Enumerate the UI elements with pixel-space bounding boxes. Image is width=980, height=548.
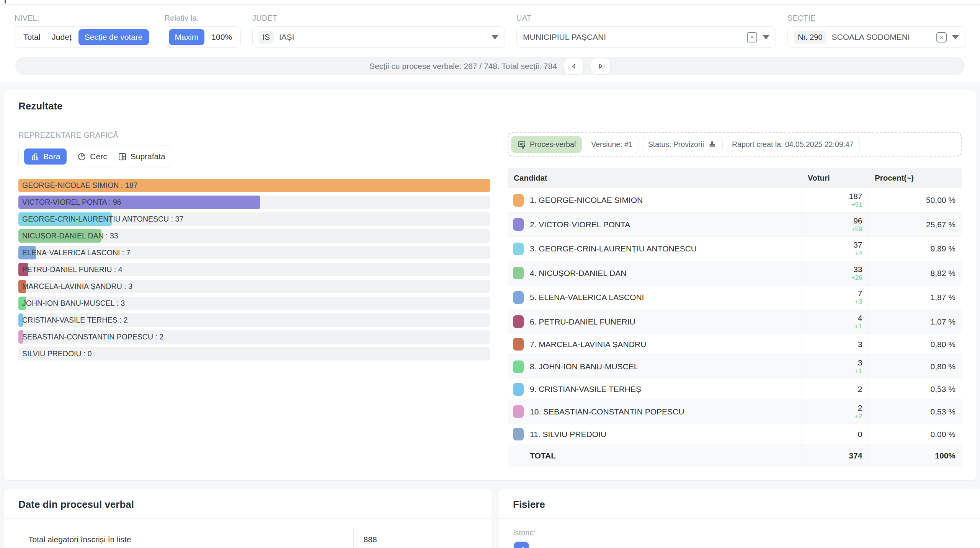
bar-row[interactable]: JOHN-ION BANU-MUSCEL : 3: [18, 297, 490, 310]
votes-delta: +3: [808, 298, 862, 306]
nivel-label: NIVEL:: [15, 14, 153, 23]
clear-icon[interactable]: ×: [747, 32, 757, 42]
relativ-option-maxim[interactable]: Maxim: [169, 29, 205, 45]
sections-status-text: Secții cu procese verbale: 267 / 748. To…: [369, 62, 557, 71]
table-row[interactable]: 7. MARCELA-LAVINIA ȘANDRU 3 0,80 %: [508, 334, 962, 355]
table-row: Total alegatori înscriși în liste 888: [18, 528, 477, 548]
table-row[interactable]: 11. SILVIU PREDOIU 0 0.00 %: [508, 424, 962, 445]
version-v1-button[interactable]: v1: [513, 541, 530, 548]
header-divider: [0, 0, 980, 5]
bar-row[interactable]: SEBASTIAN-CONSTANTIN POPESCU : 2: [18, 330, 490, 344]
table-row[interactable]: 8. JOHN-ION BANU-MUSCEL 3 +1 0,80 %: [508, 355, 962, 379]
votes-value: 7: [808, 289, 862, 298]
bar-row[interactable]: GEORGE-NICOLAE SIMION : 187: [18, 179, 490, 192]
pie-chart-icon: [77, 152, 86, 161]
candidate-name: 7. MARCELA-LAVINIA ȘANDRU: [530, 340, 646, 349]
chevron-down-icon[interactable]: [952, 35, 959, 39]
bar-row[interactable]: SILVIU PREDOIU : 0: [18, 347, 490, 360]
relativ-label: Relativ la:: [165, 14, 241, 23]
votes-delta: +1: [808, 367, 862, 375]
candidate-name: 6. PETRU-DANIEL FUNERIU: [530, 317, 635, 326]
nivel-option-sectie[interactable]: Secție de votare: [78, 29, 149, 45]
raport-creat-badge: Raport creat la: 04.05.2025 22:09:47: [726, 136, 860, 153]
table-row[interactable]: 10. SEBASTIAN-CONSTANTIN POPESCU 2 +2 0,…: [508, 400, 962, 424]
table-row[interactable]: 9. CRISTIAN-VASILE TERHEȘ 2 0,53 %: [508, 379, 962, 400]
bar-label: SEBASTIAN-CONSTANTIN POPESCU : 2: [18, 330, 490, 344]
date-pv-title: Date din procesul verbal: [18, 499, 477, 510]
nivel-option-total[interactable]: Total: [19, 33, 45, 42]
chart-mode-cerc[interactable]: Cerc: [77, 152, 107, 161]
chart-mode-bara[interactable]: Bara: [24, 148, 67, 165]
tab-proces-verbal[interactable]: Proces-verbal: [511, 136, 582, 153]
uat-select[interactable]: MUNICIPIUL PAȘCANI ×: [516, 26, 776, 48]
bar-label: GEORGE-NICOLAE SIMION : 187: [18, 179, 490, 192]
candidate-color-swatch: [513, 267, 524, 279]
bar-label: CRISTIAN-VASILE TERHEȘ : 2: [18, 313, 490, 327]
total-row: TOTAL 374 100%: [508, 444, 962, 467]
arrow-right-icon: [597, 62, 604, 70]
votes-value: 3: [808, 340, 862, 349]
votes-value: 2: [808, 385, 862, 394]
uat-label: UAT: [516, 14, 776, 23]
percent-value: 1,07 %: [869, 310, 962, 334]
sectie-label: SECȚIE: [787, 14, 965, 23]
treemap-icon: [118, 152, 127, 161]
judet-group: JUDEȚ IS IAȘI: [252, 14, 505, 48]
judet-select[interactable]: IS IAȘI: [252, 26, 505, 48]
votes-delta: +2: [808, 413, 862, 420]
sectie-select[interactable]: Nr. 290 SCOALA SODOMENI ×: [787, 26, 965, 48]
percent-value: 50,00 %: [869, 188, 962, 213]
percent-value: 0,80 %: [869, 334, 962, 355]
chart-mode-suprafata[interactable]: Suprafata: [118, 152, 165, 161]
candidate-name: 11. SILVIU PREDOIU: [530, 430, 606, 439]
votes-value: 3: [808, 358, 862, 367]
relativ-option-100[interactable]: 100%: [207, 33, 237, 42]
bar-row[interactable]: CRISTIAN-VASILE TERHEȘ : 2: [18, 313, 490, 327]
sections-status-bar: Secții cu procese verbale: 267 / 748. To…: [15, 57, 965, 75]
votes-value: 33: [808, 265, 862, 274]
candidate-name: 5. ELENA-VALERICA LASCONI: [530, 293, 644, 302]
bar-row[interactable]: GEORGE-CRIN-LAURENȚIU ANTONESCU : 37: [18, 212, 490, 226]
divider: [4, 518, 492, 519]
candidate-name: 8. JOHN-ION BANU-MUSCEL: [530, 362, 639, 371]
rezultate-card: Rezultate REPREZENTARE GRAFICĂ Bara Cerc…: [4, 90, 976, 480]
certificate-icon: [517, 140, 526, 149]
votes-value: 2: [808, 403, 862, 413]
table-row[interactable]: 5. ELENA-VALERICA LASCONI 7 +3 1,87 %: [508, 285, 962, 310]
clear-icon[interactable]: ×: [936, 32, 947, 42]
uat-group: UAT MUNICIPIUL PAȘCANI ×: [516, 14, 776, 48]
table-row[interactable]: 4. NICUȘOR-DANIEL DAN 33 +26 8,82 %: [508, 261, 962, 285]
relativ-segmented-control: Maxim 100%: [165, 26, 241, 48]
table-row[interactable]: 6. PETRU-DANIEL FUNERIU 4 +1 1,07 %: [508, 310, 962, 334]
bar-row[interactable]: PETRU-DANIEL FUNERIU : 4: [18, 263, 490, 276]
bar-row[interactable]: MARCELA-LAVINIA ȘANDRU : 3: [18, 280, 490, 293]
candidate-name: 9. CRISTIAN-VASILE TERHEȘ: [530, 385, 641, 394]
bar-label: ELENA-VALERICA LASCONI : 7: [18, 246, 490, 259]
sectie-number-badge: Nr. 290: [794, 31, 826, 44]
bar-row[interactable]: VICTOR-VIOREL PONTA : 96: [18, 196, 490, 209]
chevron-down-icon[interactable]: [763, 35, 769, 39]
table-row[interactable]: 1. GEORGE-NICOLAE SIMION 187 +91 50,00 %: [508, 188, 962, 213]
bar-row[interactable]: NICUȘOR-DANIEL DAN : 33: [18, 229, 490, 243]
arrow-left-icon: [570, 62, 578, 70]
judet-value: IAȘI: [279, 33, 486, 42]
candidate-color-swatch: [513, 405, 524, 418]
proces-verbal-meta-bar: Proces-verbal Versiune: #1 Status: Provi…: [508, 132, 962, 157]
divider: [498, 518, 980, 519]
metric-value: 888: [353, 528, 477, 548]
prev-section-button[interactable]: [564, 58, 584, 75]
bar-chart-icon: [31, 152, 39, 161]
chevron-down-icon[interactable]: [492, 35, 498, 39]
candidate-name: 10. SEBASTIAN-CONSTANTIN POPESCU: [530, 407, 684, 416]
next-section-button[interactable]: [591, 58, 611, 75]
bar-row[interactable]: ELENA-VALERICA LASCONI : 7: [18, 246, 490, 259]
table-row[interactable]: 3. GEORGE-CRIN-LAURENȚIU ANTONESCU 37 +4…: [508, 237, 962, 261]
candidate-color-swatch: [513, 291, 524, 304]
nivel-option-judet[interactable]: Județ: [47, 33, 76, 42]
candidate-name: 3. GEORGE-CRIN-LAURENȚIU ANTONESCU: [530, 244, 697, 253]
candidate-color-swatch: [513, 194, 524, 207]
candidate-color-swatch: [513, 218, 524, 231]
table-row[interactable]: 2. VICTOR-VIOREL PONTA 96 +59 25,67 %: [508, 212, 962, 237]
percent-value: 8,82 %: [869, 261, 962, 285]
total-votes: 374: [802, 444, 869, 467]
